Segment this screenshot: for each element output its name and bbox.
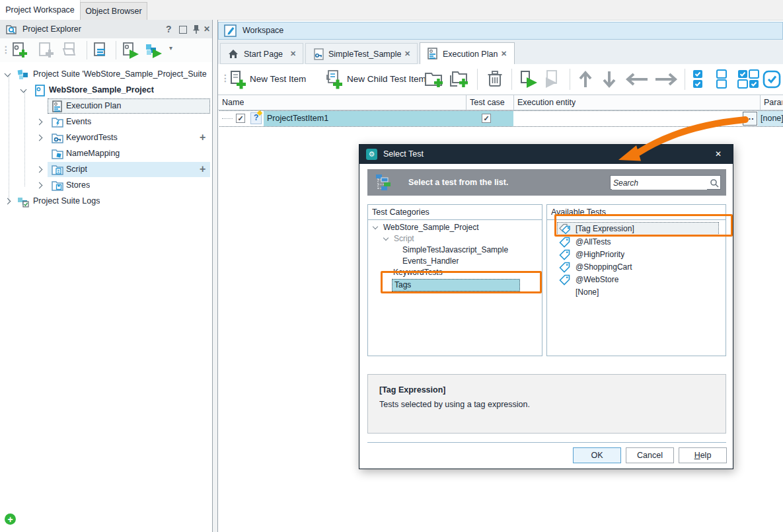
button-separator xyxy=(367,442,726,443)
tab-start-page[interactable]: Start Page ✕ xyxy=(220,43,303,64)
tree-item-label: Project Suite 'WebStore_Sample_Project_S… xyxy=(33,69,211,79)
param-value: [none] xyxy=(761,114,783,123)
delete-icon[interactable] xyxy=(486,69,503,89)
run-dropdown-caret[interactable]: ▾ xyxy=(169,44,172,52)
move-down-icon[interactable] xyxy=(600,69,618,90)
floating-add-icon[interactable]: + xyxy=(5,513,16,525)
chevron-down-icon[interactable] xyxy=(383,235,389,241)
tab-label: Execution Plan xyxy=(443,50,498,59)
add-project-icon[interactable] xyxy=(11,42,28,59)
tree-item-namemapping[interactable]: NameMapping xyxy=(0,146,212,162)
add-script-button[interactable]: + xyxy=(200,163,205,175)
check-all-icon[interactable] xyxy=(691,69,704,90)
dialog-banner: Select a test from the list. xyxy=(367,169,726,196)
tab-simpletest-sample[interactable]: SimpleTest_Sample ✕ xyxy=(305,43,418,64)
home-icon xyxy=(228,49,239,59)
test-case-checkbox[interactable]: ✓ xyxy=(482,114,491,123)
column-header-execution-entity[interactable]: Execution entity xyxy=(517,98,576,107)
close-icon[interactable]: ✕ xyxy=(290,50,296,58)
new-test-item-icon xyxy=(229,69,247,89)
ok-button[interactable]: OK xyxy=(573,447,621,463)
row-enabled-checkbox[interactable]: ✓ xyxy=(236,114,245,123)
project-explorer-icon xyxy=(5,23,17,35)
description-panel: [Tag Expression] Tests selected by using… xyxy=(367,374,726,434)
tree-item-project[interactable]: WebStore_Sample_Project xyxy=(0,83,212,98)
panel-help-icon[interactable]: ? xyxy=(166,24,172,34)
column-header-test-case[interactable]: Test case xyxy=(470,98,505,107)
close-icon[interactable]: ✕ xyxy=(501,50,507,58)
new-item-icon-disabled[interactable] xyxy=(37,42,54,59)
test-item-webstore[interactable]: @WebStore xyxy=(547,274,726,286)
column-header-name[interactable]: Name xyxy=(222,98,244,107)
enable-test-case-icon[interactable] xyxy=(763,70,781,89)
tab-label: SimpleTest_Sample xyxy=(328,50,401,59)
panel-maximize-icon[interactable] xyxy=(179,26,187,34)
run-selected-disabled-icon[interactable] xyxy=(543,69,563,89)
add-child-group-icon[interactable] xyxy=(449,70,469,89)
uncheck-all-icon[interactable] xyxy=(715,69,728,90)
tree-item-script[interactable]: Script + xyxy=(0,162,212,178)
move-right-icon[interactable] xyxy=(653,72,679,87)
chevron-right-icon[interactable] xyxy=(36,135,43,141)
column-header-param[interactable]: Param xyxy=(764,98,782,107)
toggle-check-icon[interactable] xyxy=(737,69,760,90)
cancel-button[interactable]: Cancel xyxy=(626,447,674,463)
move-left-icon[interactable] xyxy=(624,72,650,87)
tab-execution-plan[interactable]: Execution Plan ✕ xyxy=(420,42,515,65)
test-item-shoppingcart[interactable]: @ShoppingCart xyxy=(547,261,726,274)
dialog-close-icon[interactable]: ✕ xyxy=(715,149,722,159)
add-keywordtest-button[interactable]: + xyxy=(200,132,205,143)
category-simpletestjavascript[interactable]: SimpleTestJavascript_Sample xyxy=(368,245,542,256)
tree-item-stores[interactable]: Stores xyxy=(0,178,212,194)
tree-item-events[interactable]: Events xyxy=(0,114,212,130)
run-selected-icon[interactable] xyxy=(518,69,538,89)
add-group-icon[interactable] xyxy=(424,70,444,89)
panel-close-icon[interactable]: ✕ xyxy=(204,24,210,34)
chevron-right-icon[interactable] xyxy=(36,182,43,189)
workspace-title: Workspace xyxy=(242,26,283,35)
tab-project-workspace[interactable]: Project Workspace xyxy=(0,0,81,20)
close-icon[interactable]: ✕ xyxy=(404,50,410,58)
open-item-icon-disabled[interactable] xyxy=(61,42,79,59)
new-child-test-item-icon xyxy=(325,69,344,89)
chevron-right-icon[interactable] xyxy=(36,119,43,126)
test-item-none[interactable]: [None] xyxy=(547,286,726,299)
grid-row-projecttestitem1[interactable]: ✓ ? ProjectTestItem1 ✓ ... [none] xyxy=(218,110,783,127)
new-child-test-item-button[interactable]: New Child Test Item xyxy=(325,69,441,90)
category-events-handler[interactable]: Events_Handler xyxy=(368,256,542,267)
organize-items-icon[interactable] xyxy=(92,42,109,59)
test-item-highpriority[interactable]: @HighPriority xyxy=(547,248,726,261)
annotation-box-tag-expression xyxy=(554,214,733,237)
explorer-toolbar: ⋮ ▾ xyxy=(0,38,212,63)
tree-item-label: NameMapping xyxy=(66,149,120,158)
panel-pin-icon[interactable] xyxy=(192,24,200,34)
param-cell[interactable]: [none] xyxy=(758,111,783,126)
panel-splitter[interactable] xyxy=(212,20,218,532)
run-project-suite-icon[interactable] xyxy=(144,42,163,59)
new-test-item-button[interactable]: New Test Item xyxy=(229,69,322,90)
run-project-icon[interactable] xyxy=(121,42,139,59)
category-script[interactable]: Script xyxy=(368,233,542,245)
execution-entity-ellipsis-button[interactable]: ... xyxy=(743,112,757,126)
tab-object-browser[interactable]: Object Browser xyxy=(80,2,147,20)
tree-item-label: Project Suite Logs xyxy=(33,196,100,206)
dialog-titlebar[interactable]: ⚙ Select Test ✕ xyxy=(359,145,733,164)
category-webstore-project[interactable]: WebStore_Sample_Project xyxy=(368,222,542,233)
test-item-alltests[interactable]: @AllTests xyxy=(547,236,726,248)
move-up-icon[interactable] xyxy=(576,69,595,90)
tree-item-project-suite-logs[interactable]: Project Suite Logs xyxy=(0,194,212,209)
script-folder-icon xyxy=(52,165,63,175)
tree-item-execution-plan[interactable]: Execution Plan xyxy=(0,98,212,114)
chevron-right-icon[interactable] xyxy=(36,167,43,173)
tab-label: Project Workspace xyxy=(5,5,75,15)
chevron-right-icon[interactable] xyxy=(5,198,11,205)
tree-item-project-suite[interactable]: Project Suite 'WebStore_Sample_Project_S… xyxy=(0,67,212,83)
chevron-down-icon[interactable] xyxy=(373,224,378,229)
search-input[interactable] xyxy=(612,176,707,190)
chevron-down-icon[interactable] xyxy=(20,87,27,93)
chevron-down-icon[interactable] xyxy=(5,71,11,77)
toolbar-grip[interactable]: ⋮ xyxy=(1,44,11,55)
project-suite-icon xyxy=(17,69,29,81)
help-button[interactable]: Help xyxy=(679,447,727,463)
tree-item-keywordtests[interactable]: KeywordTests + xyxy=(0,130,212,146)
